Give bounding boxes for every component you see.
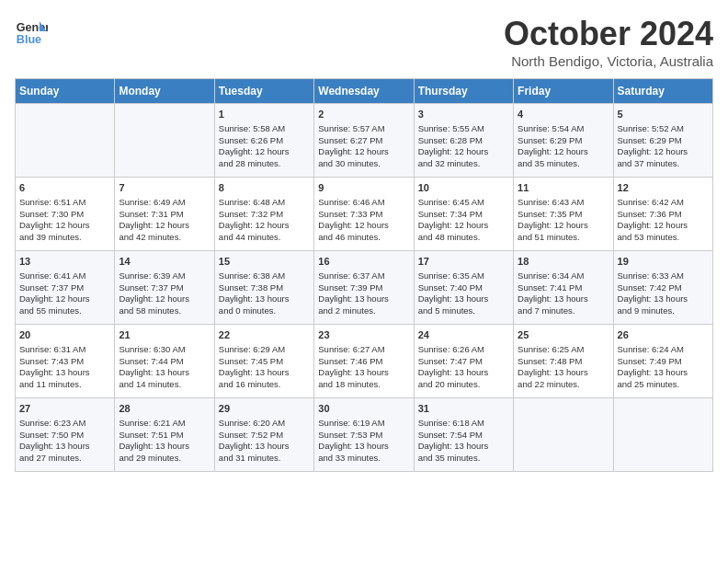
calendar-day-cell: 31Sunrise: 6:18 AM Sunset: 7:54 PM Dayli… [414,398,513,472]
weekday-header-cell: Tuesday [214,79,313,104]
day-info: Sunrise: 6:21 AM Sunset: 7:51 PM Dayligh… [119,418,210,465]
page-header: General Blue October 2024 North Bendigo,… [15,15,713,69]
day-number: 24 [418,328,509,342]
calendar-day-cell: 27Sunrise: 6:23 AM Sunset: 7:50 PM Dayli… [16,398,115,472]
day-number: 18 [518,255,609,269]
day-number: 13 [19,255,110,269]
calendar-day-cell: 1Sunrise: 5:58 AM Sunset: 6:26 PM Daylig… [214,104,313,178]
calendar-week-row: 20Sunrise: 6:31 AM Sunset: 7:43 PM Dayli… [16,325,713,398]
calendar-body: 1Sunrise: 5:58 AM Sunset: 6:26 PM Daylig… [16,104,713,472]
day-number: 14 [119,255,210,269]
day-number: 16 [318,255,409,269]
day-number: 17 [418,255,509,269]
day-number: 25 [518,328,609,342]
calendar-day-cell: 12Sunrise: 6:42 AM Sunset: 7:36 PM Dayli… [613,178,712,251]
day-info: Sunrise: 6:20 AM Sunset: 7:52 PM Dayligh… [219,418,310,465]
day-info: Sunrise: 5:57 AM Sunset: 6:27 PM Dayligh… [318,123,409,170]
day-number: 30 [318,402,409,416]
day-info: Sunrise: 5:54 AM Sunset: 6:29 PM Dayligh… [518,123,609,170]
calendar-day-cell: 25Sunrise: 6:25 AM Sunset: 7:48 PM Dayli… [514,325,613,398]
day-info: Sunrise: 6:19 AM Sunset: 7:53 PM Dayligh… [318,418,409,465]
calendar-day-cell: 15Sunrise: 6:38 AM Sunset: 7:38 PM Dayli… [214,251,313,325]
day-info: Sunrise: 6:41 AM Sunset: 7:37 PM Dayligh… [19,270,110,317]
day-number: 10 [418,181,509,195]
day-info: Sunrise: 6:26 AM Sunset: 7:47 PM Dayligh… [418,344,509,391]
day-info: Sunrise: 6:39 AM Sunset: 7:37 PM Dayligh… [119,270,210,317]
weekday-header-row: SundayMondayTuesdayWednesdayThursdayFrid… [16,79,713,104]
day-info: Sunrise: 6:18 AM Sunset: 7:54 PM Dayligh… [418,418,509,465]
svg-text:Blue: Blue [17,33,41,46]
day-info: Sunrise: 6:51 AM Sunset: 7:30 PM Dayligh… [19,197,110,244]
calendar-day-cell: 4Sunrise: 5:54 AM Sunset: 6:29 PM Daylig… [514,104,613,178]
calendar-day-cell: 7Sunrise: 6:49 AM Sunset: 7:31 PM Daylig… [115,178,214,251]
day-info: Sunrise: 6:23 AM Sunset: 7:50 PM Dayligh… [19,418,110,465]
calendar-day-cell: 30Sunrise: 6:19 AM Sunset: 7:53 PM Dayli… [314,398,414,472]
day-number: 4 [518,108,609,121]
day-info: Sunrise: 6:25 AM Sunset: 7:48 PM Dayligh… [518,344,609,391]
day-info: Sunrise: 6:46 AM Sunset: 7:33 PM Dayligh… [318,197,409,244]
day-number: 21 [119,328,210,342]
day-info: Sunrise: 6:42 AM Sunset: 7:36 PM Dayligh… [618,197,709,244]
day-number: 23 [318,328,409,342]
day-number: 29 [219,402,310,416]
calendar-day-cell: 2Sunrise: 5:57 AM Sunset: 6:27 PM Daylig… [314,104,414,178]
calendar-day-cell: 19Sunrise: 6:33 AM Sunset: 7:42 PM Dayli… [613,251,712,325]
calendar-day-cell: 17Sunrise: 6:35 AM Sunset: 7:40 PM Dayli… [414,251,513,325]
calendar-day-cell: 23Sunrise: 6:27 AM Sunset: 7:46 PM Dayli… [314,325,414,398]
calendar-day-cell: 16Sunrise: 6:37 AM Sunset: 7:39 PM Dayli… [314,251,414,325]
day-number: 19 [618,255,709,269]
logo: General Blue [15,15,48,48]
calendar-day-cell: 8Sunrise: 6:48 AM Sunset: 7:32 PM Daylig… [214,178,313,251]
calendar-day-cell: 18Sunrise: 6:34 AM Sunset: 7:41 PM Dayli… [514,251,613,325]
day-info: Sunrise: 6:29 AM Sunset: 7:45 PM Dayligh… [219,344,310,391]
weekday-header-cell: Thursday [414,79,513,104]
day-info: Sunrise: 5:55 AM Sunset: 6:28 PM Dayligh… [418,123,509,170]
calendar-day-cell: 22Sunrise: 6:29 AM Sunset: 7:45 PM Dayli… [214,325,313,398]
calendar-day-cell: 28Sunrise: 6:21 AM Sunset: 7:51 PM Dayli… [115,398,214,472]
calendar-day-cell [115,104,214,178]
day-info: Sunrise: 6:43 AM Sunset: 7:35 PM Dayligh… [518,197,609,244]
day-number: 26 [618,328,709,342]
day-number: 12 [618,181,709,195]
calendar-day-cell [16,104,115,178]
calendar-day-cell: 21Sunrise: 6:30 AM Sunset: 7:44 PM Dayli… [115,325,214,398]
calendar-day-cell [514,398,613,472]
day-info: Sunrise: 6:38 AM Sunset: 7:38 PM Dayligh… [219,270,310,317]
calendar-day-cell: 11Sunrise: 6:43 AM Sunset: 7:35 PM Dayli… [514,178,613,251]
day-number: 22 [219,328,310,342]
calendar-day-cell: 10Sunrise: 6:45 AM Sunset: 7:34 PM Dayli… [414,178,513,251]
day-number: 9 [318,181,409,195]
day-info: Sunrise: 5:52 AM Sunset: 6:29 PM Dayligh… [618,123,709,170]
day-info: Sunrise: 6:49 AM Sunset: 7:31 PM Dayligh… [119,197,210,244]
calendar-day-cell: 26Sunrise: 6:24 AM Sunset: 7:49 PM Dayli… [613,325,712,398]
logo-icon: General Blue [15,15,48,48]
day-number: 1 [219,108,310,121]
day-number: 15 [219,255,310,269]
day-number: 31 [418,402,509,416]
day-number: 8 [219,181,310,195]
calendar-day-cell: 9Sunrise: 6:46 AM Sunset: 7:33 PM Daylig… [314,178,414,251]
day-info: Sunrise: 6:48 AM Sunset: 7:32 PM Dayligh… [219,197,310,244]
day-info: Sunrise: 6:31 AM Sunset: 7:43 PM Dayligh… [19,344,110,391]
day-number: 2 [318,108,409,121]
day-info: Sunrise: 6:45 AM Sunset: 7:34 PM Dayligh… [418,197,509,244]
day-info: Sunrise: 6:30 AM Sunset: 7:44 PM Dayligh… [119,344,210,391]
calendar-day-cell: 24Sunrise: 6:26 AM Sunset: 7:47 PM Dayli… [414,325,513,398]
weekday-header-cell: Sunday [16,79,115,104]
day-number: 5 [618,108,709,121]
calendar-table: SundayMondayTuesdayWednesdayThursdayFrid… [15,78,713,472]
day-number: 6 [19,181,110,195]
day-number: 27 [19,402,110,416]
day-info: Sunrise: 6:35 AM Sunset: 7:40 PM Dayligh… [418,270,509,317]
calendar-day-cell: 20Sunrise: 6:31 AM Sunset: 7:43 PM Dayli… [16,325,115,398]
day-number: 3 [418,108,509,121]
weekday-header-cell: Wednesday [314,79,414,104]
calendar-day-cell: 5Sunrise: 5:52 AM Sunset: 6:29 PM Daylig… [613,104,712,178]
calendar-week-row: 13Sunrise: 6:41 AM Sunset: 7:37 PM Dayli… [16,251,713,325]
month-title: October 2024 [504,15,713,53]
title-block: October 2024 North Bendigo, Victoria, Au… [504,15,713,69]
weekday-header-cell: Saturday [613,79,712,104]
day-info: Sunrise: 6:37 AM Sunset: 7:39 PM Dayligh… [318,270,409,317]
calendar-week-row: 6Sunrise: 6:51 AM Sunset: 7:30 PM Daylig… [16,178,713,251]
calendar-day-cell [613,398,712,472]
